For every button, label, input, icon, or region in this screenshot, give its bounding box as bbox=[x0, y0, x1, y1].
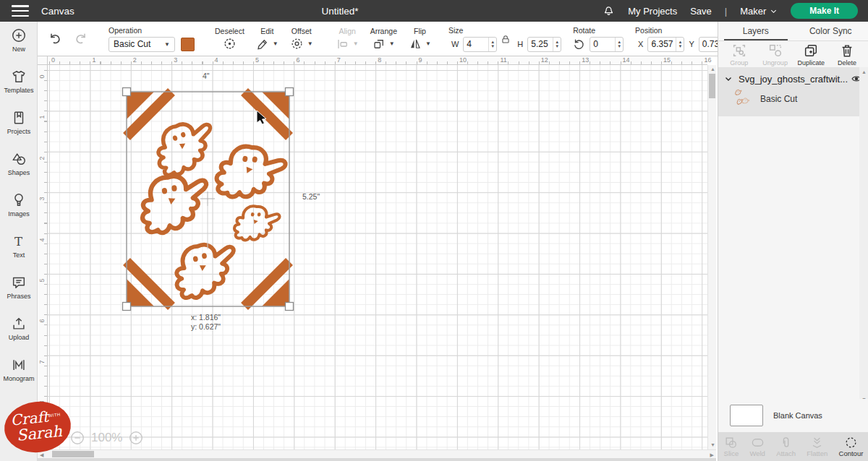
sidebar-item-new[interactable]: New bbox=[0, 27, 38, 53]
ruler-h-number: 1 bbox=[92, 56, 95, 64]
document-title[interactable]: Untitled* bbox=[289, 6, 391, 17]
layer-group-name: Svg_joy_ghosts_craftwit... bbox=[739, 74, 851, 85]
sidebar-item-phrases[interactable]: Phrases bbox=[0, 275, 38, 300]
tool-label: Weld bbox=[749, 449, 765, 457]
plus-circle-icon bbox=[11, 27, 27, 43]
sidebar-item-templates[interactable]: Templates bbox=[0, 69, 38, 94]
craft-with-sarah-logo: Craft WITH Sarah bbox=[2, 398, 74, 455]
offset-button[interactable]: Offset ▼ bbox=[290, 27, 313, 51]
slice-icon bbox=[724, 436, 738, 449]
align-button[interactable]: Align ▼ bbox=[336, 27, 359, 51]
ruler-v-number: 6 bbox=[38, 317, 46, 324]
save-link[interactable]: Save bbox=[690, 6, 712, 17]
ungroup-icon bbox=[767, 43, 783, 59]
sidebar-item-shapes[interactable]: Shapes bbox=[0, 151, 38, 176]
my-projects-link[interactable]: My Projects bbox=[628, 6, 677, 17]
layer-thumbnail bbox=[734, 88, 753, 110]
ruler-h-number: 4 bbox=[215, 56, 218, 64]
deselect-button[interactable]: Deselect bbox=[215, 27, 244, 51]
monogram-icon bbox=[11, 357, 27, 373]
bell-icon[interactable] bbox=[603, 5, 615, 17]
sidebar-item-images[interactable]: Images bbox=[0, 192, 38, 217]
chevron-down-icon bbox=[770, 7, 778, 15]
tshirt-icon bbox=[11, 69, 27, 85]
layer-list: Svg_joy_ghosts_craftwit... Basic Cut bbox=[718, 67, 868, 116]
machine-select[interactable]: Maker bbox=[740, 6, 778, 17]
ruler-h-number: 14 bbox=[623, 56, 630, 64]
tool-label: Attach bbox=[776, 449, 796, 457]
sidebar-item-monogram[interactable]: Monogram bbox=[0, 357, 38, 382]
letter-t-icon: T bbox=[11, 233, 27, 249]
sidebar-item-text[interactable]: TText bbox=[0, 233, 38, 259]
y-label: Y bbox=[689, 40, 694, 48]
ruler-h-number: 9 bbox=[419, 56, 422, 64]
layer-group-row[interactable]: Svg_joy_ghosts_craftwit... bbox=[718, 70, 868, 87]
duplicate-icon bbox=[803, 43, 819, 59]
blank-canvas-row: Blank Canvas bbox=[718, 399, 868, 432]
redo-button[interactable] bbox=[74, 32, 88, 46]
x-field[interactable]: 6.357▲▼ bbox=[647, 37, 684, 52]
canvas-vertical-scrollbar[interactable]: ▲ ▼ bbox=[707, 65, 716, 449]
canvas-horizontal-scrollbar[interactable]: ◀ ▶ bbox=[38, 449, 716, 458]
deselect-icon bbox=[223, 37, 237, 51]
layer-row-basic-cut[interactable]: Basic Cut bbox=[718, 87, 868, 111]
flatten-button[interactable]: Flatten bbox=[807, 436, 827, 457]
weld-button[interactable]: Weld bbox=[749, 436, 765, 457]
height-field[interactable]: 5.25▲▼ bbox=[527, 37, 561, 52]
operation-color-swatch[interactable] bbox=[181, 38, 195, 51]
operation-dropdown[interactable]: Basic Cut▼ bbox=[109, 37, 175, 52]
ruler-h-number: 5 bbox=[255, 56, 259, 64]
contour-icon bbox=[844, 436, 858, 449]
arrange-icon bbox=[373, 38, 386, 51]
group-icon bbox=[731, 43, 747, 59]
attach-button[interactable]: Attach bbox=[776, 436, 796, 457]
attach-icon bbox=[779, 436, 793, 449]
sidebar-item-upload[interactable]: Upload bbox=[0, 316, 38, 341]
ruler-h-number: 16 bbox=[704, 56, 711, 64]
ruler-v-number: 7 bbox=[38, 358, 46, 366]
sidebar-item-projects[interactable]: Projects bbox=[0, 110, 38, 135]
make-it-button[interactable]: Make It bbox=[791, 3, 858, 19]
arrange-button[interactable]: Arrange ▼ bbox=[370, 27, 397, 51]
width-label: W bbox=[451, 40, 459, 48]
ruler-h-number: 11 bbox=[500, 56, 506, 64]
panel-scrollbar[interactable]: ▲ ▼ bbox=[859, 67, 868, 405]
lock-icon[interactable] bbox=[501, 35, 511, 45]
ruler-h-number: 13 bbox=[582, 56, 589, 64]
selection-y-value: y: 0.627" bbox=[191, 322, 221, 331]
rotate-icon[interactable] bbox=[573, 38, 585, 51]
weld-icon bbox=[751, 436, 765, 449]
tab-color-sync[interactable]: Color Sync bbox=[793, 22, 868, 40]
ungroup-button[interactable]: Ungroup bbox=[758, 43, 793, 66]
hamburger-menu-icon[interactable] bbox=[12, 5, 29, 17]
delete-button[interactable]: Delete bbox=[830, 43, 864, 66]
canvas-color-swatch[interactable] bbox=[730, 405, 763, 426]
undo-button[interactable] bbox=[48, 32, 62, 46]
action-label: Delete bbox=[838, 59, 856, 66]
flatten-icon bbox=[810, 436, 824, 449]
trash-icon bbox=[839, 43, 855, 59]
tab-layers[interactable]: Layers bbox=[718, 22, 793, 40]
rotate-field[interactable]: 0▲▼ bbox=[590, 37, 624, 52]
svg-text:T: T bbox=[14, 235, 22, 249]
edit-button[interactable]: Edit ▼ bbox=[256, 27, 278, 51]
design-canvas[interactable]: 4" 5.25" x: 1.816" y: 0.627" bbox=[48, 65, 707, 449]
group-button[interactable]: Group bbox=[722, 43, 757, 66]
flip-button[interactable]: Flip ▼ bbox=[409, 27, 431, 51]
selection-x-value: x: 1.816" bbox=[191, 313, 221, 322]
ruler-v-number: 1 bbox=[38, 113, 46, 121]
pencil-icon bbox=[256, 38, 269, 51]
ruler-h-number: 7 bbox=[337, 56, 341, 64]
ruler-v-number: 5 bbox=[38, 277, 46, 284]
chevron-down-icon bbox=[724, 74, 733, 83]
zoom-in-icon[interactable] bbox=[128, 430, 144, 446]
layer-tools-bar: SliceWeldAttachFlattenContour bbox=[718, 432, 868, 461]
selection-width-value: 4" bbox=[203, 72, 210, 80]
ruler-h-number: 12 bbox=[541, 56, 548, 64]
duplicate-button[interactable]: Duplicate bbox=[793, 43, 828, 66]
ruler-h-number: 15 bbox=[663, 56, 671, 64]
width-field[interactable]: 4▲▼ bbox=[463, 37, 497, 52]
contour-button[interactable]: Contour bbox=[839, 436, 864, 457]
slice-button[interactable]: Slice bbox=[724, 436, 739, 457]
edit-toolbar: Operation Basic Cut▼ Deselect Edit ▼ Off… bbox=[38, 22, 718, 56]
